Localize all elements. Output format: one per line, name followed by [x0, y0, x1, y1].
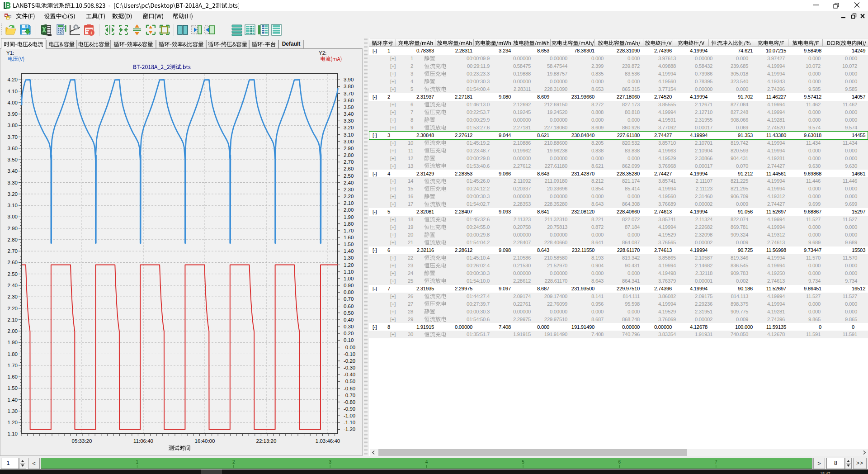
svg-text:7: 7 [715, 460, 717, 465]
svg-text:3: 3 [329, 460, 331, 465]
svg-text:1: 1 [136, 460, 139, 465]
svg-text:4: 4 [425, 460, 428, 465]
svg-text:5: 5 [522, 460, 524, 465]
svg-text:2: 2 [232, 460, 235, 465]
svg-text:6: 6 [618, 460, 621, 465]
